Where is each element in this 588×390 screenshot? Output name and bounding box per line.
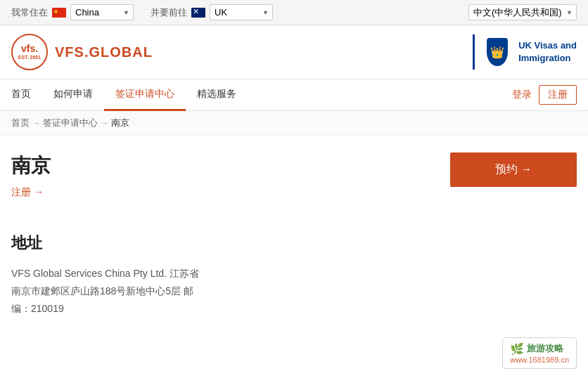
login-button[interactable]: 登录 — [512, 89, 532, 101]
main-content: 南京 注册 → 预约 → — [0, 136, 588, 199]
address-text: VFS Global Services China Pty Ltd. 江苏省 南… — [11, 265, 250, 318]
country-from-select[interactable]: China — [70, 4, 134, 20]
language-selector[interactable]: 中文(中华人民共和国) — [468, 4, 577, 20]
watermark-inner: 🌿 旅游攻略 www.1681989.cn — [502, 337, 577, 369]
language-select[interactable]: 中文(中华人民共和国) — [468, 4, 577, 20]
uk-flag-icon — [191, 8, 205, 18]
logo-global-text: VFS.GLOBAL — [55, 44, 153, 60]
live-in-label: 我常住在 — [11, 6, 48, 19]
breadcrumb-home[interactable]: 首页 — [11, 117, 30, 129]
register-button[interactable]: 注册 — [539, 85, 577, 105]
top-bar: 我常住在 China 并要前往 UK 中文(中华人民共和国) — [0, 0, 588, 25]
country-from-wrapper[interactable]: China — [70, 4, 134, 20]
travel-to-selector[interactable]: 并要前往 UK — [151, 4, 273, 20]
logo-vfs-text: vfs. — [21, 44, 38, 54]
footer-area: 🌿 旅游攻略 www.1681989.cn — [0, 318, 588, 375]
travel-to-label: 并要前往 — [151, 6, 187, 19]
watermark-title: 🌿 旅游攻略 — [510, 342, 569, 356]
nav-item-services[interactable]: 精选服务 — [186, 79, 248, 111]
country-to-select[interactable]: UK — [210, 4, 273, 20]
nav-links: 首页 如何申请 签证申请中心 精选服务 — [0, 79, 248, 110]
watermark: 🌿 旅游攻略 www.1681989.cn — [502, 337, 577, 369]
nav-item-home[interactable]: 首页 — [0, 79, 42, 111]
country-to-wrapper[interactable]: UK — [210, 4, 273, 20]
city-title: 南京 — [11, 152, 51, 179]
watermark-url: www.1681989.cn — [510, 356, 569, 364]
breadcrumb-sep-2: → — [101, 119, 108, 127]
leaf-icon: 🌿 — [510, 342, 524, 356]
main-nav: 首页 如何申请 签证申请中心 精选服务 登录 注册 — [0, 79, 588, 111]
live-in-selector[interactable]: 我常住在 China — [11, 4, 134, 20]
breadcrumb-visa-center[interactable]: 签证申请中心 — [43, 117, 98, 129]
auth-buttons: 登录 注册 — [512, 85, 588, 105]
nav-item-visa-center[interactable]: 签证申请中心 — [104, 79, 186, 111]
breadcrumb: 首页 → 签证申请中心 → 南京 — [0, 111, 588, 136]
address-title: 地址 — [11, 233, 577, 254]
uk-branding: 👑 UK Visas and Immigration — [473, 34, 577, 70]
uk-coat-icon: 👑 — [487, 38, 508, 66]
nav-item-how-to-apply[interactable]: 如何申请 — [42, 79, 104, 111]
city-info: 南京 注册 → — [11, 152, 51, 199]
address-section: 地址 VFS Global Services China Pty Ltd. 江苏… — [0, 233, 588, 318]
site-header: vfs. EST. 2001 VFS.GLOBAL 👑 UK Visas and… — [0, 25, 588, 79]
china-flag-icon — [52, 8, 66, 18]
uk-coat-of-arms: 👑 — [483, 34, 511, 70]
city-register-link[interactable]: 注册 → — [11, 186, 44, 197]
book-appointment-button[interactable]: 预约 → — [450, 152, 577, 187]
logo-est-text: EST. 2001 — [18, 55, 41, 60]
logo-area: vfs. EST. 2001 VFS.GLOBAL — [11, 34, 153, 70]
breadcrumb-sep-1: → — [32, 119, 40, 127]
city-section: 南京 注册 → 预约 → — [11, 152, 577, 199]
vfs-logo-circle: vfs. EST. 2001 — [11, 34, 48, 70]
uk-title-text: UK Visas and Immigration — [518, 39, 577, 65]
breadcrumb-current: 南京 — [111, 117, 129, 129]
